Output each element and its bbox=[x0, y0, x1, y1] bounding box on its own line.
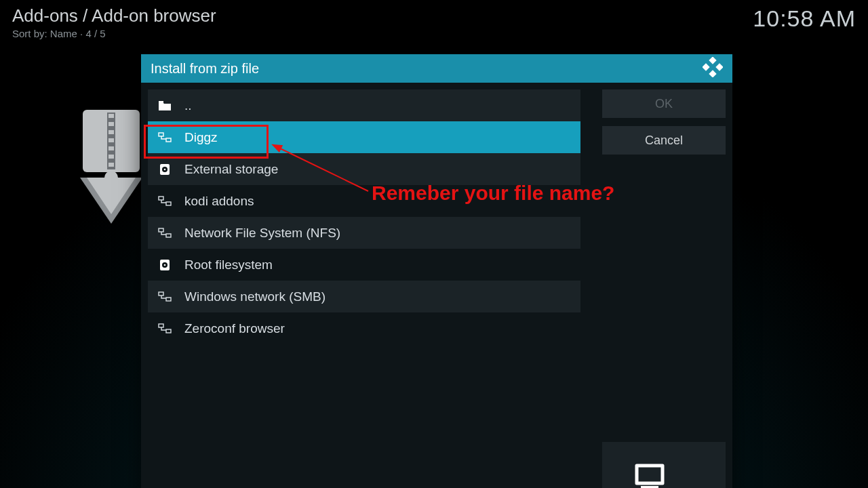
file-item[interactable]: kodi addons bbox=[148, 185, 580, 217]
svg-point-21 bbox=[164, 168, 166, 170]
file-item-label: Windows network (SMB) bbox=[184, 289, 326, 304]
svg-rect-30 bbox=[166, 298, 171, 301]
svg-rect-15 bbox=[709, 70, 716, 77]
network-icon bbox=[157, 323, 172, 334]
svg-rect-13 bbox=[703, 63, 710, 70]
ok-button[interactable]: OK bbox=[602, 89, 726, 118]
preview-pane bbox=[602, 442, 726, 488]
svg-rect-12 bbox=[709, 57, 716, 64]
svg-rect-31 bbox=[159, 324, 163, 327]
file-item[interactable]: Network File System (NFS) bbox=[148, 217, 580, 249]
svg-rect-18 bbox=[166, 138, 171, 142]
install-from-zip-dialog: Install from zip file ..DiggzExternal st… bbox=[141, 54, 732, 488]
svg-point-28 bbox=[164, 264, 166, 266]
dialog-title: Install from zip file bbox=[151, 61, 259, 77]
file-item[interactable]: External storage bbox=[148, 153, 580, 185]
svg-rect-5 bbox=[108, 138, 114, 142]
sort-position: 4 / 5 bbox=[85, 28, 105, 39]
file-item-label: Root filesystem bbox=[184, 258, 273, 272]
breadcrumb: Add-ons / Add-on browser bbox=[12, 5, 216, 26]
kodi-logo-icon bbox=[703, 57, 723, 80]
svg-rect-24 bbox=[159, 228, 163, 232]
file-item-label: kodi addons bbox=[184, 194, 254, 209]
svg-rect-8 bbox=[108, 163, 114, 167]
file-item-label: Network File System (NFS) bbox=[184, 226, 340, 241]
file-item[interactable]: Zeroconf browser bbox=[148, 312, 580, 344]
svg-rect-2 bbox=[108, 114, 114, 118]
svg-rect-16 bbox=[159, 101, 163, 103]
svg-rect-6 bbox=[108, 146, 114, 150]
svg-rect-4 bbox=[108, 130, 114, 134]
network-icon bbox=[157, 291, 172, 302]
network-icon bbox=[157, 132, 172, 143]
file-item-label: External storage bbox=[184, 162, 278, 177]
svg-rect-25 bbox=[166, 234, 171, 237]
svg-rect-17 bbox=[159, 133, 163, 136]
svg-rect-29 bbox=[159, 292, 163, 296]
file-item-label: .. bbox=[184, 98, 192, 113]
network-icon bbox=[157, 228, 172, 239]
svg-rect-7 bbox=[108, 155, 114, 159]
svg-rect-23 bbox=[166, 202, 171, 205]
file-list[interactable]: ..DiggzExternal storagekodi addonsNetwor… bbox=[148, 89, 580, 344]
file-item[interactable]: Windows network (SMB) bbox=[148, 281, 580, 312]
sort-label: Sort by: Name bbox=[12, 28, 77, 39]
svg-rect-14 bbox=[715, 63, 723, 70]
svg-rect-32 bbox=[166, 329, 171, 333]
network-computers-icon bbox=[630, 463, 698, 488]
file-item-label: Diggz bbox=[184, 130, 218, 145]
file-item[interactable]: .. bbox=[148, 89, 580, 121]
folder-icon bbox=[157, 100, 172, 111]
disk-icon bbox=[157, 163, 172, 176]
network-icon bbox=[157, 196, 172, 207]
sort-line: Sort by: Name · 4 / 5 bbox=[12, 28, 216, 39]
svg-rect-3 bbox=[108, 122, 114, 126]
file-item-label: Zeroconf browser bbox=[184, 321, 285, 336]
svg-rect-22 bbox=[159, 197, 163, 200]
clock: 10:58 AM bbox=[753, 5, 856, 32]
cancel-button[interactable]: Cancel bbox=[602, 126, 726, 155]
dialog-titlebar: Install from zip file bbox=[141, 54, 732, 83]
file-item[interactable]: Diggz bbox=[148, 121, 580, 153]
svg-rect-33 bbox=[637, 466, 663, 483]
zip-file-icon bbox=[80, 110, 142, 228]
disk-icon bbox=[157, 259, 172, 271]
header: Add-ons / Add-on browser Sort by: Name ·… bbox=[12, 5, 856, 39]
file-item[interactable]: Root filesystem bbox=[148, 249, 580, 281]
